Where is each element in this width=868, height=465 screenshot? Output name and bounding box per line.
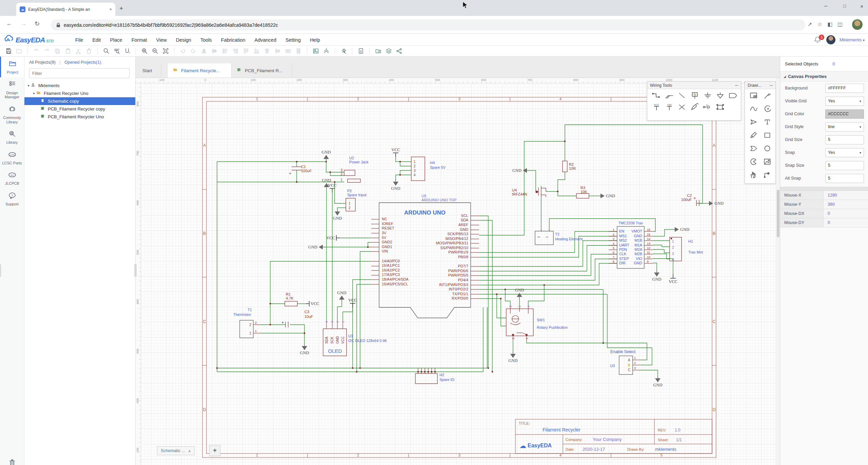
doc-tab-start[interactable]: Start (137, 63, 161, 78)
toolbar-wizard-button[interactable] (340, 47, 347, 55)
toolbar-flipv-button[interactable] (200, 47, 208, 55)
toolbar-photo-button[interactable] (312, 47, 319, 55)
toolbar-rotl-button[interactable] (179, 47, 186, 55)
wiring-tool-w-pin[interactable]: 1 (701, 103, 713, 112)
sheet-tab[interactable]: Schematic ...∧ (157, 446, 195, 455)
url-field[interactable]: easyeda.com/editor#id=e181167b5b4b4bf7bb… (51, 19, 805, 31)
drawing-tool-d-arrow[interactable] (746, 118, 760, 126)
toolbar-rotr-button[interactable] (190, 47, 197, 55)
toolbar-layers-button[interactable] (385, 47, 392, 55)
toolbar-alignr-button[interactable] (232, 47, 239, 55)
grid-style-select[interactable]: line▾ (825, 122, 864, 132)
wiring-tool-w-gnd[interactable] (701, 91, 713, 100)
toolbar-search-button[interactable] (102, 47, 110, 55)
toolbar-ujump-button[interactable]: ? (123, 47, 131, 55)
toolbar-open-button[interactable] (15, 47, 23, 55)
grid-color-button[interactable]: #CCCCCC (825, 109, 864, 119)
menu-item-format[interactable]: Format (132, 37, 147, 43)
browser-profile-avatar[interactable] (852, 19, 863, 30)
toolbar-bom-button[interactable]: B (357, 47, 364, 55)
wiring-tool-w-label[interactable]: N (688, 91, 701, 100)
drawing-tool-d-rect[interactable] (760, 131, 774, 140)
panel-resize-handle[interactable] (134, 264, 137, 277)
sidebar-item-lcsc-parts[interactable]: LCSCLCSC Parts (0, 147, 24, 168)
tree-item[interactable]: PCB_Filament Recycler Uno (24, 113, 135, 121)
visible-grid-select[interactable]: Yes▾ (825, 97, 864, 106)
drawing-tool-d-arc[interactable] (760, 104, 774, 113)
window-maximize-button[interactable]: □ (843, 3, 846, 8)
toolbar-copy-button[interactable] (54, 47, 61, 55)
add-sheet-button[interactable]: + (209, 445, 220, 456)
extensions-icon[interactable]: ◧ (827, 21, 832, 27)
drawing-tool-d-pie[interactable] (746, 157, 760, 166)
drawing-tool-d-text[interactable] (760, 118, 774, 126)
tree-expander-icon[interactable]: ▾ (26, 84, 31, 87)
reload-icon[interactable]: ↻ (35, 20, 40, 27)
tree-item[interactable]: ▾Filament Recycler Uno (24, 89, 135, 97)
toolbar-undo-button[interactable] (33, 47, 40, 55)
wiring-tool-w-probe[interactable] (688, 103, 701, 112)
all-projects-link[interactable]: All Projects(9) (29, 60, 56, 65)
menu-item-view[interactable]: View (156, 37, 167, 43)
wiring-tool-w-bus[interactable] (662, 91, 675, 100)
menu-item-design[interactable]: Design (176, 37, 191, 43)
toolbar-aligncv-button[interactable] (274, 47, 281, 55)
side-panel-icon[interactable]: ◫ (837, 21, 843, 27)
tree-expander-icon[interactable]: ▾ (32, 92, 36, 95)
menu-item-advanced[interactable]: Advanced (254, 37, 276, 43)
vertical-scrollbar[interactable] (776, 78, 780, 465)
back-icon[interactable]: ← (6, 20, 12, 27)
drawing-tool-d-poly[interactable] (760, 91, 774, 100)
vertical-scrollbar-thumb[interactable] (777, 190, 780, 237)
drawing-tool-d-pencil[interactable] (746, 131, 760, 140)
sidebar-item-jlcpcb[interactable]: JLCJLCPCB (0, 168, 24, 188)
toolbar-find-button[interactable] (113, 47, 120, 55)
toolbar-zoomfit-button[interactable] (162, 47, 169, 55)
sidebar-item-recycle-bin[interactable]: Recycle Bin (0, 455, 24, 465)
toolbar-delete-button[interactable] (85, 47, 93, 55)
wiring-tool-w-nflag[interactable] (726, 91, 739, 100)
toolbar-zoomout-button[interactable] (151, 47, 159, 55)
menu-item-setting[interactable]: Setting (285, 37, 301, 43)
toolbar-update-button[interactable] (322, 47, 330, 55)
new-tab-button[interactable]: + (119, 5, 123, 12)
tree-item[interactable]: Schematic copy (24, 97, 135, 105)
tree-item[interactable]: PCB_Filament Recycler copy (24, 105, 135, 113)
menu-item-fabrication[interactable]: Fabrication (221, 37, 245, 43)
menu-item-tools[interactable]: Tools (200, 37, 212, 43)
doc-tab-filament-recycle-[interactable]: Filament Recycle... (168, 63, 232, 78)
sidebar-item-support[interactable]: ?Support (0, 188, 24, 209)
easyeda-logo[interactable]: EasyEDA STD (4, 35, 54, 44)
user-menu[interactable]: Mklements ▾ (840, 37, 865, 42)
minimize-icon[interactable]: ─ (770, 84, 773, 87)
toolbar-share-button[interactable] (395, 47, 403, 55)
tab-close-icon[interactable]: × (109, 7, 112, 12)
doc-tab-pcb-filament-r-[interactable]: PCB_Filament R... (232, 63, 292, 78)
drawing-tool-d-ell[interactable] (760, 144, 774, 153)
browser-tab[interactable]: ☁ EasyEDA(Standard) - A Simple an × (16, 3, 115, 16)
drawing-tool-d-bez[interactable] (746, 104, 760, 113)
forward-icon[interactable]: → (20, 20, 26, 27)
user-avatar[interactable] (826, 35, 835, 44)
menu-item-edit[interactable]: Edit (92, 37, 101, 43)
menu-item-help[interactable]: Help (310, 37, 320, 43)
minimize-icon[interactable]: ─ (735, 84, 738, 87)
notifications-button[interactable]: 3 (814, 36, 822, 44)
schematic-canvas[interactable]: GNDGNDGNDGNDGNDGNDGNDGNDGNDGNDGNDGNDGNDG… (136, 78, 780, 465)
share-icon[interactable]: ↗ (808, 21, 812, 27)
wiring-tool-w-wire[interactable] (649, 91, 662, 100)
toolbar-alignb-button[interactable] (253, 47, 260, 55)
toolbar-zoomin-button[interactable] (141, 47, 148, 55)
wiring-tool-w-group[interactable] (713, 103, 726, 112)
drawing-tool-d-img[interactable] (760, 157, 774, 166)
toolbar-paste-button[interactable] (64, 47, 72, 55)
sidebar-item-library[interactable]: Library (0, 127, 24, 147)
toolbar-alignl-button[interactable] (221, 47, 229, 55)
toolbar-alignch-button[interactable] (263, 47, 271, 55)
toolbar-save-button[interactable] (5, 47, 12, 55)
wiring-tool-w-entry[interactable] (675, 91, 688, 100)
toolbar-alignt-button[interactable] (242, 47, 250, 55)
tree-item[interactable]: ▾Mklements (24, 82, 135, 89)
panel-resize-handle[interactable] (0, 264, 1, 277)
alt-snap-input[interactable] (825, 174, 864, 183)
